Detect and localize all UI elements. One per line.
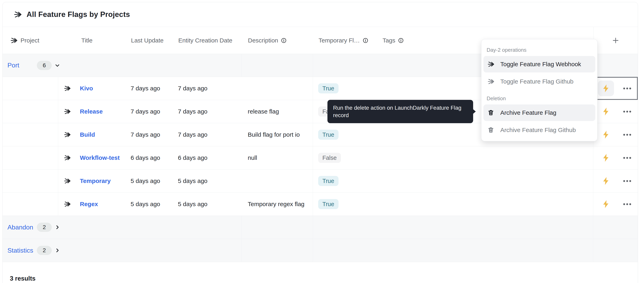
run-action-button[interactable]	[598, 104, 614, 119]
column-header-last-update[interactable]: Last Update	[127, 27, 172, 54]
column-header-description[interactable]: Description	[242, 27, 313, 54]
column-label: Title	[81, 37, 92, 44]
chevron-right-icon[interactable]	[54, 224, 60, 230]
actions-cell	[593, 100, 638, 123]
description-cell: null	[242, 146, 313, 169]
column-label: Entity Creation Date	[178, 37, 232, 44]
plus-icon	[612, 37, 619, 44]
column-header-entity-creation-date[interactable]: Entity Creation Date	[172, 27, 242, 54]
actions-cell-focused	[593, 77, 638, 100]
tags-cell	[376, 193, 593, 216]
table-row: Workflow-test 6 days ago 6 days ago null…	[2, 146, 638, 170]
info-icon[interactable]	[398, 38, 404, 44]
trash-icon	[488, 126, 495, 134]
menu-item-label: Toggle Feature Flag Webhook	[500, 61, 581, 68]
menu-item-label: Archive Feature Flag Github	[500, 126, 576, 134]
row-menu-button[interactable]	[621, 201, 633, 207]
menu-item-label: Toggle Feature Flag Github	[500, 78, 574, 85]
description-cell: Build flag for port io	[242, 123, 313, 146]
group-count-badge: 2	[37, 222, 52, 232]
entity-link[interactable]: Temporary	[80, 178, 111, 184]
add-column-button[interactable]	[593, 27, 638, 54]
creation-date-cell: 7 days ago	[172, 77, 242, 100]
entity-arrow-icon	[64, 85, 71, 92]
column-header-project[interactable]: Project	[2, 27, 58, 54]
menu-section-label: Deletion	[484, 90, 595, 104]
group-row-statistics[interactable]: Statistics 2	[2, 239, 638, 262]
column-header-temporary-flag[interactable]: Temporary Fl…	[313, 27, 376, 54]
trash-icon	[488, 109, 495, 116]
last-update-cell: 7 days ago	[127, 123, 172, 146]
row-menu-button[interactable]	[621, 132, 633, 138]
column-label: Project	[20, 37, 39, 44]
entity-arrow-icon	[64, 200, 71, 208]
last-update-cell: 5 days ago	[127, 170, 172, 192]
results-count: 3 results	[2, 262, 638, 282]
actions-dropdown-menu: Day-2 operations Toggle Feature Flag Web…	[481, 39, 598, 141]
run-action-button[interactable]	[598, 150, 614, 166]
group-count-badge: 6	[37, 61, 52, 70]
menu-item-toggle-feature-flag-webhook[interactable]: Toggle Feature Flag Webhook	[484, 56, 595, 72]
menu-item-archive-feature-flag[interactable]: Archive Feature Flag	[484, 104, 595, 121]
run-action-button[interactable]	[598, 196, 614, 212]
info-icon[interactable]	[281, 38, 287, 44]
actions-cell	[593, 193, 638, 216]
entity-arrow-icon	[64, 131, 71, 138]
row-menu-button[interactable]	[621, 178, 633, 184]
table-row: Regex 5 days ago 5 days ago Temporary re…	[2, 193, 638, 216]
menu-item-label: Archive Feature Flag	[500, 109, 556, 116]
menu-item-toggle-feature-flag-github[interactable]: Toggle Feature Flag Github	[484, 73, 595, 90]
chevron-down-icon[interactable]	[54, 62, 60, 68]
run-action-button[interactable]	[598, 80, 614, 96]
tags-cell	[376, 170, 593, 192]
entity-link[interactable]: Build	[80, 131, 95, 138]
title-bar: All Feature Flags by Projects	[2, 2, 638, 27]
actions-cell	[593, 170, 638, 192]
description-cell	[242, 170, 313, 192]
run-action-button[interactable]	[598, 173, 614, 189]
group-count-badge: 2	[37, 246, 52, 255]
menu-item-archive-feature-flag-github[interactable]: Archive Feature Flag Github	[484, 122, 595, 138]
column-label: Temporary Fl…	[318, 37, 360, 44]
last-update-cell: 6 days ago	[127, 146, 172, 169]
creation-date-cell: 5 days ago	[172, 193, 242, 216]
description-cell: Temporary regex flag	[242, 193, 313, 216]
column-label: Tags	[382, 37, 395, 44]
entity-arrow-icon	[64, 177, 71, 184]
last-update-cell: 7 days ago	[127, 100, 172, 123]
actions-cell	[593, 146, 638, 169]
blueprint-arrow-icon	[10, 37, 18, 44]
info-icon[interactable]	[362, 38, 368, 44]
group-row-abandon[interactable]: Abandon 2	[2, 216, 638, 239]
description-cell: release flag	[242, 100, 313, 123]
group-link-statistics[interactable]: Statistics	[8, 247, 33, 254]
temporary-flag-badge: True	[318, 199, 338, 209]
group-link-port[interactable]: Port	[8, 62, 19, 69]
page-title: All Feature Flags by Projects	[26, 10, 130, 19]
row-menu-button[interactable]	[621, 109, 633, 114]
temporary-flag-badge: True	[318, 83, 338, 94]
port-arrow-icon	[14, 10, 22, 19]
entity-link[interactable]: Kivo	[80, 85, 93, 92]
last-update-cell: 5 days ago	[127, 193, 172, 216]
row-menu-button[interactable]	[621, 155, 633, 161]
entity-link[interactable]: Regex	[80, 201, 98, 208]
creation-date-cell: 6 days ago	[172, 146, 242, 169]
group-link-abandon[interactable]: Abandon	[8, 224, 33, 231]
column-label: Last Update	[131, 37, 164, 44]
entity-arrow-icon	[64, 108, 71, 115]
chevron-right-icon[interactable]	[54, 247, 60, 254]
column-header-title[interactable]: Title	[58, 27, 127, 54]
column-label: Description	[248, 37, 278, 44]
entity-link[interactable]: Workflow-test	[80, 154, 120, 161]
row-menu-button[interactable]	[621, 86, 633, 92]
last-update-cell: 7 days ago	[127, 77, 172, 100]
action-tooltip: Run the delete action on LaunchDarkly Fe…	[328, 100, 473, 123]
menu-section-label: Day-2 operations	[484, 42, 595, 56]
temporary-flag-badge: False	[318, 153, 341, 163]
entity-link[interactable]: Release	[80, 108, 103, 115]
description-cell	[242, 77, 313, 100]
port-arrow-icon	[488, 60, 495, 68]
creation-date-cell: 7 days ago	[172, 123, 242, 146]
run-action-button[interactable]	[598, 127, 614, 142]
